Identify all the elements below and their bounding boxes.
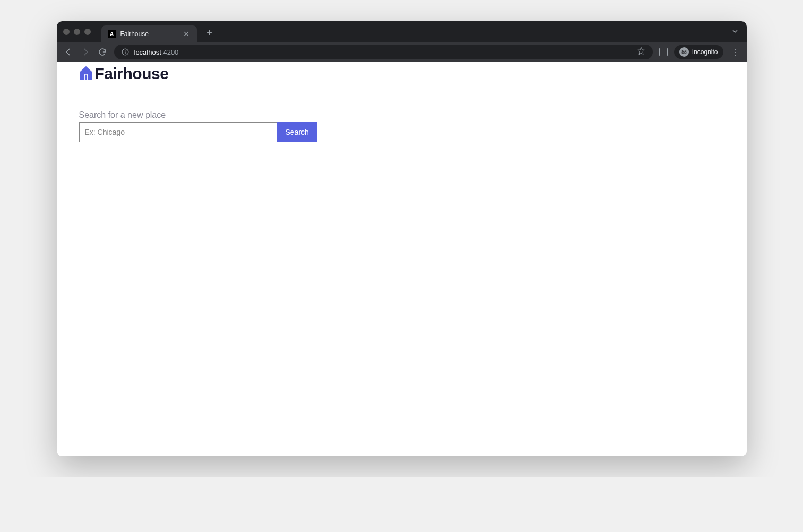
search-row: Search xyxy=(79,122,724,142)
tabs-overflow-button[interactable] xyxy=(730,26,740,38)
tab-title: Fairhouse xyxy=(120,30,178,38)
svg-point-3 xyxy=(684,51,686,54)
site-info-icon[interactable] xyxy=(122,48,129,56)
nav-back-button[interactable] xyxy=(63,47,74,57)
svg-point-1 xyxy=(125,50,125,51)
app-logo[interactable]: Fairhouse xyxy=(78,65,169,83)
window-minimize-button[interactable] xyxy=(74,29,80,35)
new-tab-button[interactable]: + xyxy=(203,27,216,39)
url-host: localhost xyxy=(134,48,161,56)
url-port: :4200 xyxy=(161,48,179,56)
browser-menu-button[interactable]: ⋮ xyxy=(730,47,740,57)
window-close-button[interactable] xyxy=(63,29,70,35)
tab-favicon: A xyxy=(108,30,116,38)
incognito-label: Incognito xyxy=(692,48,718,56)
nav-reload-button[interactable] xyxy=(97,47,108,57)
browser-address-bar: localhost:4200 Incognito ⋮ xyxy=(57,42,747,62)
search-section: Search for a new place Search xyxy=(57,86,747,166)
incognito-icon xyxy=(679,47,689,57)
incognito-badge[interactable]: Incognito xyxy=(674,45,723,59)
tab-close-button[interactable]: ✕ xyxy=(182,30,191,38)
extensions-icon[interactable] xyxy=(659,48,668,56)
nav-forward-button[interactable] xyxy=(80,47,91,57)
search-label: Search for a new place xyxy=(79,110,724,120)
bookmark-star-icon[interactable] xyxy=(637,47,645,57)
browser-window: A Fairhouse ✕ + localhost:4200 xyxy=(57,21,747,456)
window-maximize-button[interactable] xyxy=(84,29,91,35)
page-content: Fairhouse Search for a new place Search xyxy=(57,62,747,456)
browser-tab-bar: A Fairhouse ✕ + xyxy=(57,21,747,42)
search-button[interactable]: Search xyxy=(277,122,317,142)
app-header: Fairhouse xyxy=(57,62,747,86)
url-text: localhost:4200 xyxy=(134,48,632,56)
browser-tab[interactable]: A Fairhouse ✕ xyxy=(101,25,197,42)
search-input[interactable] xyxy=(79,122,277,142)
svg-point-2 xyxy=(682,51,684,54)
url-bar[interactable]: localhost:4200 xyxy=(114,45,653,59)
window-controls xyxy=(63,29,91,35)
browser-right-controls: Incognito ⋮ xyxy=(659,45,740,59)
house-icon xyxy=(78,65,94,83)
brand-name: Fairhouse xyxy=(95,65,169,83)
